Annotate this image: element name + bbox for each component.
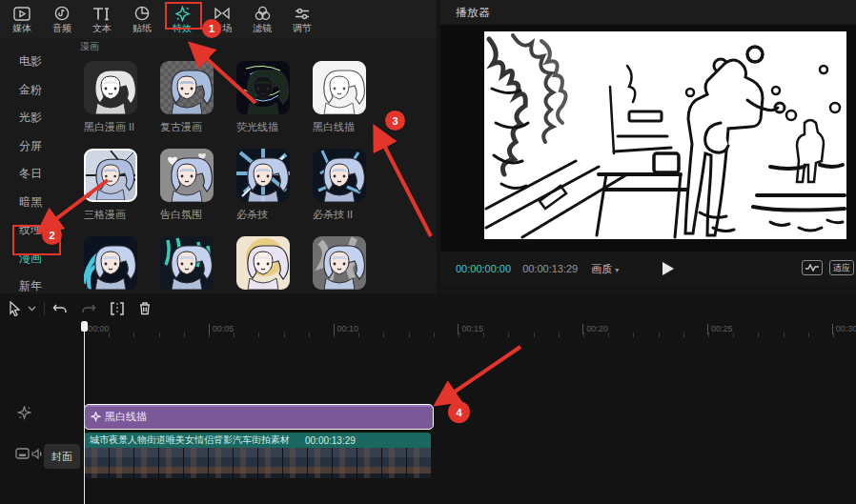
toolbar-item-label: 转场 bbox=[213, 23, 232, 33]
toolbar-item-audio[interactable]: 音频 bbox=[42, 0, 82, 38]
toolbar-item-label: 文本 bbox=[92, 23, 112, 33]
effects-library-panel: 媒体音频文本贴纸特效转场滤镜调节 电影金粉光影分屏冬日暗黑纹理漫画新年 漫画 黑… bbox=[0, 0, 437, 293]
effect-label: 必杀技 II bbox=[313, 208, 385, 222]
toolbar-item-label: 调节 bbox=[293, 23, 312, 33]
quality-dropdown[interactable]: 画质 ▾ bbox=[591, 262, 619, 276]
sticker-icon bbox=[134, 6, 150, 22]
video-clip-name: 城市夜景人物街道唯美女情侣背影汽车街拍素材 bbox=[90, 433, 290, 447]
sidebar-item-category[interactable]: 光影 bbox=[0, 104, 67, 132]
sidebar-item-category[interactable]: 电影 bbox=[0, 48, 67, 76]
ruler-label: 00:05 bbox=[213, 324, 234, 333]
effect-thumb-retro[interactable] bbox=[160, 61, 214, 114]
effect-thumb-beam[interactable] bbox=[236, 149, 290, 202]
ruler-major-tick bbox=[334, 324, 335, 334]
effect-label: 告白氛围 bbox=[160, 208, 233, 222]
toolbar-item-sticker[interactable]: 贴纸 bbox=[122, 0, 162, 38]
hide-track-icon[interactable] bbox=[15, 448, 30, 459]
video-clip-header: 城市夜景人物街道唯美女情侣背影汽车街拍素材 00:00:13:29 bbox=[84, 433, 431, 448]
effect-thumb-hearts[interactable] bbox=[160, 149, 214, 202]
sidebar-item-category[interactable]: 暗黑 bbox=[0, 189, 67, 217]
effect-track-icon bbox=[17, 406, 31, 420]
toolbar-item-media[interactable]: 媒体 bbox=[2, 0, 42, 38]
toolbar-item-label: 特效 bbox=[173, 23, 192, 33]
select-tool-chevron[interactable] bbox=[28, 306, 36, 312]
effect-clip[interactable]: 黑白线描 bbox=[84, 404, 434, 430]
effects-grid-panel: 漫画 黑白漫画 II复古漫画荧光线描黑白线描三格漫画告白氛围必杀技必杀技 II bbox=[67, 38, 437, 293]
preview-line-art bbox=[484, 31, 846, 239]
filter-icon bbox=[255, 6, 271, 22]
effect-label: 荧光线描 bbox=[236, 120, 309, 134]
ruler-major-tick bbox=[832, 324, 833, 334]
effect-label: 黑白线描 bbox=[313, 120, 385, 134]
adjust-icon bbox=[295, 6, 310, 22]
video-filmstrip bbox=[84, 448, 431, 478]
effect-thumb-streaks[interactable] bbox=[160, 236, 214, 290]
toolbar-item-text[interactable]: 文本 bbox=[82, 0, 122, 38]
delete-button[interactable] bbox=[138, 301, 152, 315]
current-timecode: 00:00:00:00 bbox=[456, 263, 511, 274]
sidebar-item-category[interactable]: 冬日 bbox=[0, 160, 67, 189]
effect-thumb-neon[interactable] bbox=[236, 61, 290, 114]
player-title: 播放器 bbox=[440, 0, 856, 25]
sidebar-item-active[interactable]: 漫画 bbox=[0, 245, 67, 273]
preview-area bbox=[440, 25, 856, 252]
ruler-label: 00:15 bbox=[461, 324, 483, 333]
toolbar-item-effects[interactable]: 特效 bbox=[162, 0, 202, 38]
play-button[interactable] bbox=[658, 259, 677, 278]
timeline-ruler[interactable]: 00:0000:0500:1000:1500:2000:2500:30 bbox=[84, 322, 856, 337]
effect-thumb-golden[interactable] bbox=[236, 236, 290, 290]
toolbar-item-label: 滤镜 bbox=[253, 23, 272, 33]
effect-thumb-panels[interactable] bbox=[84, 149, 137, 202]
toolbar-item-label: 贴纸 bbox=[132, 23, 152, 33]
ruler-major-tick bbox=[707, 324, 708, 334]
undo-button[interactable] bbox=[52, 302, 68, 315]
audio-icon bbox=[54, 6, 70, 22]
toolbar-item-label: 音频 bbox=[52, 23, 71, 33]
total-duration: 00:00:13:29 bbox=[522, 263, 578, 274]
toolbar-divider bbox=[44, 302, 45, 315]
effect-label: 黑白漫画 II bbox=[84, 120, 156, 134]
preview-axis-button[interactable] bbox=[802, 260, 823, 275]
media-icon bbox=[13, 6, 31, 22]
video-clip-duration: 00:00:13:29 bbox=[305, 435, 356, 446]
ruler-label: 00:20 bbox=[586, 324, 608, 333]
effect-thumb-mono[interactable] bbox=[84, 61, 137, 114]
effects-icon bbox=[174, 6, 191, 22]
effect-thumb-swirl[interactable] bbox=[84, 236, 137, 290]
ruler-major-tick bbox=[84, 324, 85, 334]
effect-clip-icon bbox=[91, 412, 101, 422]
timeline-toolbar bbox=[0, 295, 856, 321]
effect-label: 复古漫画 bbox=[160, 120, 233, 134]
sidebar-item-category[interactable]: 纹理 bbox=[0, 216, 67, 245]
effect-clip-label: 黑白线描 bbox=[105, 410, 147, 424]
text-icon bbox=[92, 6, 112, 22]
chevron-down-icon: ▾ bbox=[615, 266, 619, 274]
ruler-label: 00:00 bbox=[88, 324, 110, 333]
toolbar-item-filter[interactable]: 滤镜 bbox=[242, 0, 282, 38]
effect-thumb-beam2[interactable] bbox=[313, 149, 366, 202]
toolbar-item-adjust[interactable]: 调节 bbox=[282, 0, 322, 38]
ruler-label: 00:25 bbox=[711, 324, 733, 333]
mute-track-icon[interactable] bbox=[31, 449, 44, 459]
cover-button[interactable]: 封面 bbox=[44, 444, 80, 469]
effect-thumb-sketch[interactable] bbox=[313, 61, 366, 114]
effects-category-sidebar: 电影金粉光影分屏冬日暗黑纹理漫画新年 bbox=[0, 38, 67, 293]
fit-button[interactable]: 适应 bbox=[829, 260, 854, 275]
top-toolbar: 媒体音频文本贴纸特效转场滤镜调节 bbox=[0, 0, 437, 38]
player-controls: 00:00:00:00 00:00:13:29 画质 ▾ 适应 bbox=[440, 252, 856, 286]
ruler-major-tick bbox=[209, 324, 210, 334]
split-tool-button[interactable] bbox=[110, 302, 125, 315]
timeline-section: 00:0000:0500:1000:1500:2000:2500:30 黑白线描… bbox=[0, 295, 856, 504]
toolbar-item-transition[interactable]: 转场 bbox=[202, 0, 242, 38]
ruler-label: 00:30 bbox=[836, 324, 856, 333]
select-tool-button[interactable] bbox=[8, 301, 22, 316]
sidebar-item-category[interactable]: 金粉 bbox=[0, 76, 67, 105]
player-panel: 播放器 bbox=[440, 0, 856, 293]
transition-icon bbox=[214, 6, 231, 22]
ruler-major-tick bbox=[458, 324, 459, 334]
redo-button[interactable] bbox=[81, 302, 96, 315]
sidebar-item-category[interactable]: 分屏 bbox=[0, 132, 67, 161]
effect-thumb-smoke[interactable] bbox=[313, 236, 366, 290]
toolbar-item-label: 媒体 bbox=[12, 23, 31, 33]
video-clip[interactable]: 城市夜景人物街道唯美女情侣背影汽车街拍素材 00:00:13:29 bbox=[84, 433, 431, 478]
